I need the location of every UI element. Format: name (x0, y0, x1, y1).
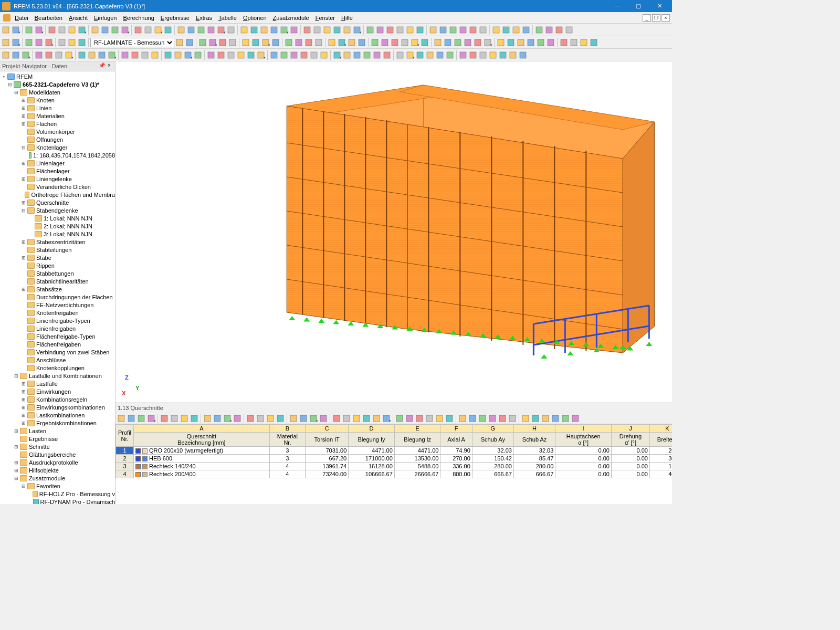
toolbar-button[interactable] (508, 414, 517, 423)
tree-item[interactable]: ⊞Lastfälle (20, 380, 115, 387)
toolbar-button[interactable] (438, 25, 448, 35)
toolbar-button[interactable] (322, 25, 332, 35)
toolbar-button[interactable] (342, 25, 352, 35)
toolbar-button[interactable] (420, 38, 429, 47)
toolbar-button[interactable] (107, 50, 117, 60)
tree-item[interactable]: Linienfreigabe-Typen (20, 317, 115, 324)
toolbar-button[interactable] (561, 414, 570, 423)
toolbar-button[interactable] (415, 25, 425, 35)
toolbar-button[interactable] (526, 38, 536, 47)
toolbar-button[interactable] (44, 50, 54, 60)
toolbar-button[interactable] (289, 414, 298, 423)
menu-hilfe[interactable]: Hilfe (338, 14, 356, 22)
tree-item[interactable]: ⊟Favoriten (20, 482, 115, 490)
toolbar-button[interactable] (478, 414, 487, 423)
toolbar-button[interactable] (309, 414, 318, 423)
toolbar-button[interactable] (483, 38, 492, 47)
table-row[interactable]: 3Rechteck 140/240413961.7416128.005488.0… (116, 463, 673, 470)
toolbar-button[interactable] (382, 414, 391, 423)
toolbar-button[interactable] (251, 38, 260, 47)
toolbar-button[interactable] (385, 25, 395, 35)
menu-einfügen[interactable]: Einfügen (91, 14, 120, 22)
toolbar-button[interactable] (564, 25, 574, 35)
toolbar-button[interactable] (163, 50, 173, 60)
toolbar-button[interactable] (120, 25, 130, 35)
toolbar-button[interactable] (390, 38, 400, 47)
menu-zusatzmodule[interactable]: Zusatzmodule (270, 14, 312, 22)
toolbar-button[interactable] (312, 25, 322, 35)
toolbar-button[interactable] (140, 50, 150, 60)
toolbar-button[interactable] (57, 25, 67, 35)
toolbar-button[interactable] (196, 25, 206, 35)
toolbar-button[interactable] (176, 25, 186, 35)
toolbar-button[interactable] (163, 25, 173, 35)
app-menu-icon[interactable] (2, 13, 12, 23)
tree-item[interactable]: ⊞Flächen (20, 120, 115, 128)
toolbar-button[interactable] (218, 38, 227, 47)
tree-item[interactable]: 2: Lokal; NNN NJN (27, 222, 115, 230)
tree-item[interactable]: 3: Lokal; NNN NJN (27, 230, 115, 238)
tree-item[interactable]: ⊟Knotenlager (20, 143, 115, 151)
toolbar-button[interactable] (342, 50, 352, 60)
toolbar-button[interactable] (428, 25, 438, 35)
toolbar-button[interactable] (183, 50, 193, 60)
toolbar-button[interactable] (435, 414, 444, 423)
tree-item[interactable]: ⊞Stabsätze (20, 285, 115, 293)
toolbar-button[interactable] (405, 25, 415, 35)
module-combo[interactable]: RF-LAMINATE - Bemessung von Lamina (90, 38, 174, 47)
tree-item[interactable]: ⊟Zusatzmodule (13, 474, 115, 482)
toolbar-button[interactable] (488, 414, 497, 423)
toolbar-button[interactable] (57, 38, 67, 47)
tree-item[interactable]: ⊞Kombinationsregeln (20, 395, 115, 403)
toolbar-button[interactable] (203, 414, 212, 423)
toolbar-button[interactable] (319, 50, 329, 60)
tree-item[interactable]: ⊞Knoten (20, 96, 115, 104)
toolbar-button[interactable] (216, 50, 226, 60)
tree-item[interactable]: Öffnungen (20, 135, 115, 143)
mdi-minimize-button[interactable]: _ (643, 14, 651, 22)
table-row[interactable]: 4Rechteck 200/400473240.00106666.6726666… (116, 470, 673, 478)
toolbar-button[interactable] (294, 38, 303, 47)
toolbar-button[interactable] (186, 25, 196, 35)
tree-item[interactable]: ⊞Hilfsobjekte (13, 466, 115, 474)
tree-item[interactable]: ⊞Einwirkungskombinationen (20, 403, 115, 411)
toolbar-button[interactable] (180, 414, 189, 423)
toolbar-button[interactable] (236, 50, 246, 60)
menu-tabelle[interactable]: Tabelle (215, 14, 240, 22)
toolbar-button[interactable] (342, 414, 351, 423)
toolbar-button[interactable] (468, 25, 478, 35)
tree-item[interactable]: Stabbettungen (20, 269, 115, 277)
toolbar-button[interactable] (34, 50, 44, 60)
tree-item[interactable]: ⊞Ergebniskombinationen (20, 419, 115, 427)
toolbar-button[interactable] (117, 414, 126, 423)
navigator-pin-button[interactable]: 📌 (98, 62, 106, 70)
toolbar-button[interactable] (458, 25, 468, 35)
toolbar-button[interactable] (175, 38, 184, 47)
tree-item[interactable]: FE-Netzverdichtungen (20, 301, 115, 309)
toolbar-button[interactable] (100, 25, 110, 35)
toolbar-button[interactable] (271, 38, 280, 47)
toolbar-button[interactable] (279, 50, 289, 60)
toolbar-button[interactable] (67, 25, 77, 35)
tree-item[interactable]: Glättungsbereiche (13, 450, 115, 458)
tree-item[interactable]: Stabnichtlinearitäten (20, 277, 115, 285)
menu-datei[interactable]: Datei (12, 14, 32, 22)
toolbar-button[interactable] (77, 38, 87, 47)
toolbar-button[interactable] (508, 50, 518, 60)
toolbar-button[interactable] (127, 414, 136, 423)
toolbar-button[interactable] (554, 25, 564, 35)
toolbar-button[interactable] (382, 50, 392, 60)
tree-item[interactable]: ⊞Stabexzentrizitäten (20, 238, 115, 246)
navigator-close-button[interactable]: × (106, 62, 113, 70)
toolbar-button[interactable] (64, 50, 74, 60)
toolbar-button[interactable] (380, 38, 390, 47)
toolbar-button[interactable] (233, 414, 242, 423)
toolbar-button[interactable] (468, 50, 478, 60)
toolbar-button[interactable] (87, 50, 97, 60)
tree-item[interactable]: Veränderliche Dicken (20, 183, 115, 191)
toolbar-button[interactable] (241, 38, 250, 47)
toolbar-button[interactable] (362, 50, 372, 60)
toolbar-button[interactable] (1, 50, 10, 60)
3d-viewport[interactable]: ZYX (116, 61, 672, 403)
tree-project[interactable]: ⊟ 665-2321-Capdeferro V3 (1)* (6, 80, 115, 88)
